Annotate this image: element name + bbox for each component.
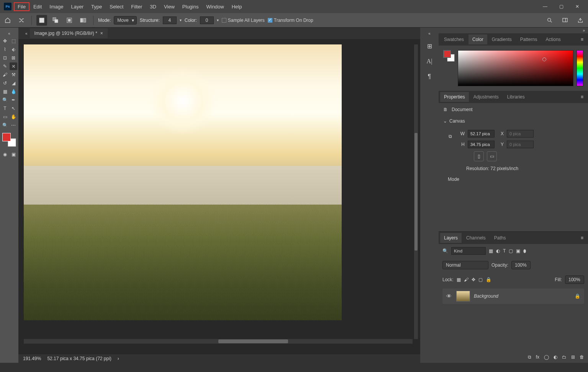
search-icon[interactable] bbox=[544, 15, 555, 26]
tab-swatches[interactable]: Swatches bbox=[440, 34, 468, 44]
toolbar-collapse[interactable]: « bbox=[6, 31, 13, 36]
height-input[interactable] bbox=[468, 141, 495, 148]
menu-layer[interactable]: Layer bbox=[67, 2, 88, 11]
tab-gradients[interactable]: Gradients bbox=[488, 34, 516, 44]
menu-view[interactable]: View bbox=[160, 2, 179, 11]
panels-collapse[interactable]: » bbox=[580, 28, 588, 33]
crop-tool[interactable]: ⊡ bbox=[1, 54, 9, 62]
share-icon[interactable] bbox=[575, 15, 586, 26]
source-scale-icon[interactable] bbox=[64, 15, 75, 26]
stamp-tool[interactable]: ⚒ bbox=[10, 71, 17, 79]
tab-paths[interactable]: Paths bbox=[490, 233, 510, 243]
home-icon[interactable] bbox=[2, 15, 13, 26]
hand-tool[interactable]: ✋ bbox=[10, 113, 17, 121]
layer-style-icon[interactable]: fx bbox=[536, 354, 539, 360]
opacity-input[interactable]: 100% bbox=[511, 261, 531, 269]
structure-input[interactable] bbox=[163, 16, 177, 24]
new-layer-icon[interactable]: ⊞ bbox=[571, 354, 575, 360]
properties-panel-menu-icon[interactable]: ≡ bbox=[578, 94, 586, 100]
tab-collapse[interactable]: « bbox=[23, 31, 30, 36]
color-panel-menu-icon[interactable]: ≡ bbox=[578, 37, 586, 42]
filter-type-icon[interactable]: T bbox=[503, 248, 506, 254]
dodge-tool[interactable]: 🔍 bbox=[1, 96, 9, 104]
canvas-section-toggle[interactable]: ⌄ Canvas bbox=[439, 116, 588, 126]
color-swatches[interactable] bbox=[2, 133, 16, 147]
rectangle-tool[interactable]: ▭ bbox=[1, 113, 9, 121]
x-input[interactable] bbox=[507, 130, 534, 138]
menu-type[interactable]: Type bbox=[87, 2, 106, 11]
menu-window[interactable]: Window bbox=[202, 2, 228, 11]
minimize-button[interactable]: — bbox=[541, 2, 550, 11]
paragraph-panel-icon[interactable]: ¶ bbox=[424, 71, 435, 82]
tab-patterns[interactable]: Patterns bbox=[516, 34, 541, 44]
layer-filter-input[interactable] bbox=[451, 247, 486, 255]
gradient-tool[interactable]: ▦ bbox=[1, 88, 9, 95]
hue-slider[interactable] bbox=[577, 50, 583, 86]
layer-background[interactable]: 👁 Background 🔒 bbox=[442, 288, 584, 304]
zoom-tool[interactable]: 🔍 bbox=[1, 121, 9, 129]
status-chevron-icon[interactable]: › bbox=[118, 356, 119, 361]
filter-pixel-icon[interactable]: ▦ bbox=[489, 248, 493, 254]
quick-mask-tool[interactable]: ◉ bbox=[1, 151, 9, 158]
close-tab-icon[interactable]: × bbox=[100, 31, 103, 36]
mode-select[interactable]: Move ▾ bbox=[114, 16, 136, 25]
menu-3d[interactable]: 3D bbox=[146, 2, 160, 11]
source-mirror-icon[interactable] bbox=[78, 15, 88, 26]
layers-panel-menu-icon[interactable]: ≡ bbox=[578, 235, 586, 241]
menu-image[interactable]: Image bbox=[46, 2, 67, 11]
canvas[interactable] bbox=[24, 44, 342, 320]
menu-file[interactable]: File bbox=[14, 2, 29, 11]
lock-transparent-icon[interactable]: ▦ bbox=[457, 277, 461, 282]
vertical-scrollbar[interactable] bbox=[414, 44, 418, 339]
lock-artboard-icon[interactable]: ▢ bbox=[478, 277, 483, 282]
filter-smart-icon[interactable]: ▣ bbox=[516, 248, 520, 254]
filter-adjustment-icon[interactable]: ◐ bbox=[496, 248, 500, 254]
y-input[interactable] bbox=[507, 141, 534, 148]
blend-mode-select[interactable]: Normal bbox=[442, 261, 488, 269]
lock-icon[interactable]: 🔒 bbox=[575, 293, 580, 299]
color-preview[interactable] bbox=[443, 50, 455, 62]
width-input[interactable] bbox=[468, 130, 495, 138]
menu-help[interactable]: Help bbox=[228, 2, 246, 11]
menu-select[interactable]: Select bbox=[106, 2, 127, 11]
blur-tool[interactable]: 💧 bbox=[10, 88, 17, 95]
fill-input[interactable]: 100% bbox=[565, 275, 584, 284]
visibility-icon[interactable]: 👁 bbox=[446, 293, 452, 299]
transform-on-drop-checkbox[interactable]: Transform On Drop bbox=[268, 18, 313, 23]
tab-libraries[interactable]: Libraries bbox=[503, 92, 529, 102]
tab-layers[interactable]: Layers bbox=[440, 233, 462, 243]
lock-position-icon[interactable]: ✥ bbox=[472, 277, 475, 282]
character-panel-icon[interactable]: A| bbox=[424, 56, 435, 67]
maximize-button[interactable]: ▢ bbox=[557, 2, 566, 11]
workspace-icon[interactable] bbox=[560, 15, 570, 26]
group-icon[interactable]: 🗀 bbox=[562, 354, 567, 360]
shuffle-icon[interactable] bbox=[16, 15, 27, 26]
lasso-tool[interactable]: ⌇ bbox=[1, 46, 9, 53]
lock-all-icon[interactable]: 🔒 bbox=[486, 277, 491, 282]
color-input[interactable] bbox=[200, 16, 214, 24]
adjustment-layer-icon[interactable]: ◐ bbox=[554, 354, 557, 360]
color-field[interactable] bbox=[458, 50, 573, 86]
link-layers-icon[interactable]: ⧉ bbox=[528, 354, 531, 360]
layer-thumbnail[interactable] bbox=[456, 291, 470, 302]
source-extend-icon[interactable] bbox=[50, 15, 61, 26]
glyphs-panel-icon[interactable]: ⊞ bbox=[424, 40, 435, 52]
quick-select-tool[interactable]: ⬖ bbox=[10, 46, 17, 53]
tab-color[interactable]: Color bbox=[468, 34, 487, 44]
layer-name[interactable]: Background bbox=[474, 293, 498, 299]
menu-plugins[interactable]: Plugins bbox=[179, 2, 203, 11]
link-dimensions-icon[interactable]: ⧉ bbox=[449, 134, 452, 139]
lock-image-icon[interactable]: 🖌 bbox=[464, 277, 468, 282]
content-aware-tool[interactable]: ⤨ bbox=[10, 62, 17, 70]
delete-layer-icon[interactable]: 🗑 bbox=[580, 354, 584, 360]
history-brush-tool[interactable]: ↺ bbox=[1, 79, 9, 87]
tab-adjustments[interactable]: Adjustments bbox=[470, 92, 503, 102]
document-tab[interactable]: Image.jpg @ 191% (RGB/8#) * × bbox=[30, 28, 108, 38]
move-tool[interactable]: ✥ bbox=[1, 37, 9, 45]
source-new-icon[interactable] bbox=[36, 15, 47, 26]
layer-mask-icon[interactable]: ◯ bbox=[544, 354, 549, 360]
filter-toggle-icon[interactable]: ⬮ bbox=[523, 248, 526, 254]
portrait-icon[interactable]: ▯ bbox=[474, 151, 484, 161]
strip-collapse[interactable]: « bbox=[426, 31, 433, 36]
menu-edit[interactable]: Edit bbox=[29, 2, 46, 11]
